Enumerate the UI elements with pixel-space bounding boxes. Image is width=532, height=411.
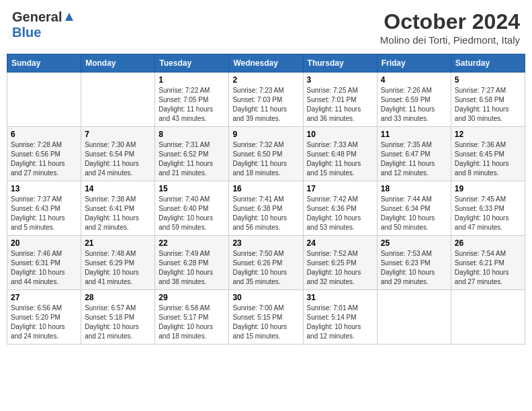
svg-marker-0: [65, 13, 73, 21]
calendar-cell: 1Sunrise: 7:22 AMSunset: 7:05 PMDaylight…: [155, 73, 229, 127]
day-info: Sunrise: 7:31 AMSunset: 6:52 PMDaylight:…: [159, 140, 225, 178]
logo-general-text: General: [12, 9, 62, 25]
day-number: 7: [85, 130, 151, 139]
day-number: 12: [455, 130, 521, 139]
calendar-cell: 17Sunrise: 7:42 AMSunset: 6:36 PMDayligh…: [303, 181, 377, 236]
day-number: 20: [11, 238, 77, 248]
day-info: Sunrise: 7:48 AMSunset: 6:29 PMDaylight:…: [85, 249, 151, 287]
page-header: General Blue October 2024 Molino dei Tor…: [7, 7, 525, 48]
calendar-cell: 13Sunrise: 7:37 AMSunset: 6:43 PMDayligh…: [7, 181, 81, 236]
day-number: 13: [11, 184, 77, 193]
day-number: 18: [381, 184, 447, 193]
logo: General Blue: [12, 9, 76, 40]
calendar-header-row: SundayMondayTuesdayWednesdayThursdayFrid…: [7, 54, 525, 73]
day-number: 19: [455, 184, 521, 193]
month-title: October 2024: [380, 9, 520, 34]
calendar-cell: 31Sunrise: 7:01 AMSunset: 5:14 PMDayligh…: [303, 290, 377, 345]
calendar-table: SundayMondayTuesdayWednesdayThursdayFrid…: [7, 54, 525, 345]
calendar-cell: 10Sunrise: 7:33 AMSunset: 6:48 PMDayligh…: [303, 127, 377, 181]
day-number: 14: [85, 184, 151, 193]
calendar-cell: 4Sunrise: 7:26 AMSunset: 6:59 PMDaylight…: [377, 73, 451, 127]
calendar-cell: 11Sunrise: 7:35 AMSunset: 6:47 PMDayligh…: [377, 127, 451, 181]
day-info: Sunrise: 6:56 AMSunset: 5:20 PMDaylight:…: [11, 304, 77, 341]
calendar-week-row: 6Sunrise: 7:28 AMSunset: 6:56 PMDaylight…: [7, 127, 525, 181]
day-info: Sunrise: 7:52 AMSunset: 6:25 PMDaylight:…: [307, 249, 373, 287]
calendar-cell: [7, 73, 81, 127]
day-info: Sunrise: 7:00 AMSunset: 5:15 PMDaylight:…: [232, 304, 299, 341]
day-info: Sunrise: 7:53 AMSunset: 6:23 PMDaylight:…: [381, 249, 447, 287]
day-info: Sunrise: 7:44 AMSunset: 6:34 PMDaylight:…: [381, 195, 447, 232]
day-number: 4: [381, 75, 447, 85]
day-info: Sunrise: 7:23 AMSunset: 7:03 PMDaylight:…: [232, 86, 299, 124]
day-number: 26: [455, 238, 521, 248]
day-info: Sunrise: 7:01 AMSunset: 5:14 PMDaylight:…: [307, 304, 373, 341]
day-of-week-header: Friday: [377, 54, 451, 73]
location-title: Molino dei Torti, Piedmont, Italy: [380, 34, 520, 46]
calendar-cell: 30Sunrise: 7:00 AMSunset: 5:15 PMDayligh…: [229, 290, 303, 345]
day-number: 1: [159, 75, 225, 85]
day-info: Sunrise: 6:57 AMSunset: 5:18 PMDaylight:…: [85, 304, 151, 341]
calendar-cell: 27Sunrise: 6:56 AMSunset: 5:20 PMDayligh…: [7, 290, 81, 345]
day-number: 17: [307, 184, 373, 193]
day-info: Sunrise: 7:22 AMSunset: 7:05 PMDaylight:…: [159, 86, 225, 124]
calendar-cell: 2Sunrise: 7:23 AMSunset: 7:03 PMDaylight…: [229, 73, 303, 127]
day-number: 24: [307, 238, 373, 248]
day-info: Sunrise: 7:30 AMSunset: 6:54 PMDaylight:…: [85, 140, 151, 178]
calendar-cell: 21Sunrise: 7:48 AMSunset: 6:29 PMDayligh…: [81, 236, 155, 290]
calendar-week-row: 20Sunrise: 7:46 AMSunset: 6:31 PMDayligh…: [7, 236, 525, 290]
calendar-cell: 18Sunrise: 7:44 AMSunset: 6:34 PMDayligh…: [377, 181, 451, 236]
calendar-cell: [81, 73, 155, 127]
day-info: Sunrise: 7:37 AMSunset: 6:43 PMDaylight:…: [11, 195, 77, 232]
title-area: October 2024 Molino dei Torti, Piedmont,…: [380, 9, 520, 46]
calendar-cell: 28Sunrise: 6:57 AMSunset: 5:18 PMDayligh…: [81, 290, 155, 345]
day-number: 3: [307, 75, 373, 85]
day-number: 8: [159, 130, 225, 139]
day-info: Sunrise: 7:45 AMSunset: 6:33 PMDaylight:…: [455, 195, 521, 232]
calendar-cell: 25Sunrise: 7:53 AMSunset: 6:23 PMDayligh…: [377, 236, 451, 290]
calendar-cell: [451, 290, 525, 345]
day-number: 22: [159, 238, 225, 248]
day-info: Sunrise: 7:42 AMSunset: 6:36 PMDaylight:…: [307, 195, 373, 232]
calendar-cell: 3Sunrise: 7:25 AMSunset: 7:01 PMDaylight…: [303, 73, 377, 127]
day-number: 21: [85, 238, 151, 248]
day-info: Sunrise: 7:33 AMSunset: 6:48 PMDaylight:…: [307, 140, 373, 178]
day-of-week-header: Sunday: [7, 54, 81, 73]
day-number: 2: [232, 75, 299, 85]
calendar-cell: 19Sunrise: 7:45 AMSunset: 6:33 PMDayligh…: [451, 181, 525, 236]
day-info: Sunrise: 7:40 AMSunset: 6:40 PMDaylight:…: [159, 195, 225, 232]
calendar-cell: 15Sunrise: 7:40 AMSunset: 6:40 PMDayligh…: [155, 181, 229, 236]
calendar-cell: 22Sunrise: 7:49 AMSunset: 6:28 PMDayligh…: [155, 236, 229, 290]
day-info: Sunrise: 7:26 AMSunset: 6:59 PMDaylight:…: [381, 86, 447, 124]
day-of-week-header: Tuesday: [155, 54, 229, 73]
calendar-cell: 23Sunrise: 7:50 AMSunset: 6:26 PMDayligh…: [229, 236, 303, 290]
calendar-cell: 29Sunrise: 6:58 AMSunset: 5:17 PMDayligh…: [155, 290, 229, 345]
calendar-cell: 16Sunrise: 7:41 AMSunset: 6:38 PMDayligh…: [229, 181, 303, 236]
day-number: 9: [232, 130, 299, 139]
day-info: Sunrise: 7:41 AMSunset: 6:38 PMDaylight:…: [232, 195, 299, 232]
day-number: 28: [85, 293, 151, 302]
calendar-cell: 24Sunrise: 7:52 AMSunset: 6:25 PMDayligh…: [303, 236, 377, 290]
day-info: Sunrise: 7:32 AMSunset: 6:50 PMDaylight:…: [232, 140, 299, 178]
day-number: 11: [381, 130, 447, 139]
calendar-cell: 6Sunrise: 7:28 AMSunset: 6:56 PMDaylight…: [7, 127, 81, 181]
day-info: Sunrise: 7:49 AMSunset: 6:28 PMDaylight:…: [159, 249, 225, 287]
day-of-week-header: Monday: [81, 54, 155, 73]
calendar-week-row: 1Sunrise: 7:22 AMSunset: 7:05 PMDaylight…: [7, 73, 525, 127]
day-number: 27: [11, 293, 77, 302]
calendar-cell: 20Sunrise: 7:46 AMSunset: 6:31 PMDayligh…: [7, 236, 81, 290]
logo-icon: [62, 10, 76, 24]
calendar-cell: [377, 290, 451, 345]
calendar-cell: 8Sunrise: 7:31 AMSunset: 6:52 PMDaylight…: [155, 127, 229, 181]
day-info: Sunrise: 7:36 AMSunset: 6:45 PMDaylight:…: [455, 140, 521, 178]
day-number: 29: [159, 293, 225, 302]
day-info: Sunrise: 7:38 AMSunset: 6:41 PMDaylight:…: [85, 195, 151, 232]
day-info: Sunrise: 7:46 AMSunset: 6:31 PMDaylight:…: [11, 249, 77, 287]
calendar-cell: 14Sunrise: 7:38 AMSunset: 6:41 PMDayligh…: [81, 181, 155, 236]
day-number: 15: [159, 184, 225, 193]
day-info: Sunrise: 7:25 AMSunset: 7:01 PMDaylight:…: [307, 86, 373, 124]
day-number: 25: [381, 238, 447, 248]
day-info: Sunrise: 7:27 AMSunset: 6:58 PMDaylight:…: [455, 86, 521, 124]
day-number: 6: [11, 130, 77, 139]
day-info: Sunrise: 7:28 AMSunset: 6:56 PMDaylight:…: [11, 140, 77, 178]
day-number: 16: [232, 184, 299, 193]
